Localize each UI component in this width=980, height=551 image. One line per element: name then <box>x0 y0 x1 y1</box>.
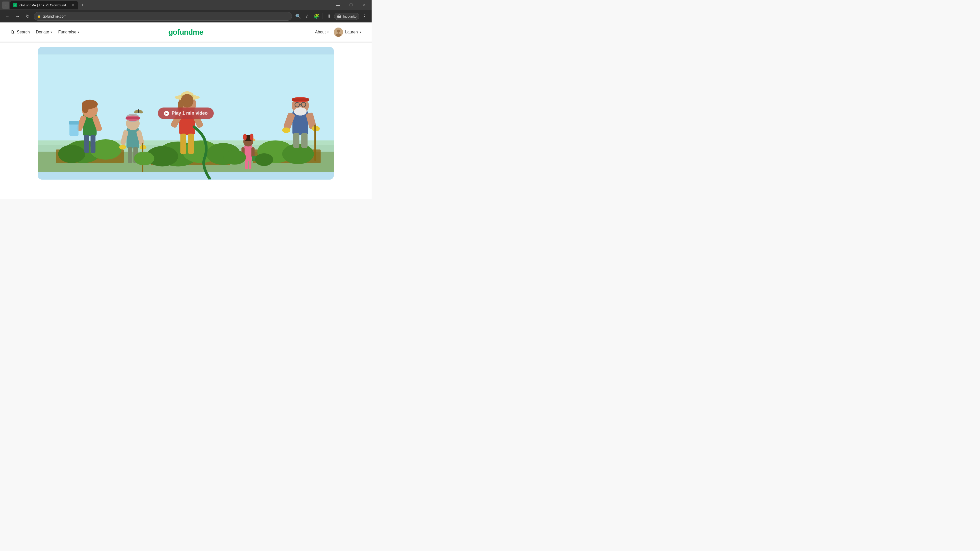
tab-favicon: G <box>13 3 18 7</box>
svg-rect-23 <box>138 109 139 113</box>
svg-rect-34 <box>69 121 79 124</box>
donate-dropdown-arrow: ▾ <box>51 30 52 34</box>
svg-point-14 <box>58 145 85 163</box>
svg-point-64 <box>243 134 247 141</box>
close-button[interactable]: ✕ <box>358 1 369 10</box>
forward-button[interactable]: → <box>13 12 21 21</box>
svg-point-87 <box>223 150 246 165</box>
play-button-label: Play 1 min video <box>172 111 207 116</box>
svg-rect-70 <box>249 160 251 169</box>
security-lock-icon: 🔒 <box>37 14 41 18</box>
svg-point-44 <box>119 145 126 149</box>
nav-left: Search Donate ▾ Fundraise ▾ <box>10 30 80 35</box>
browser-chrome: ⌄ G GoFundMe | The #1 Crowdfund... ✕ + —… <box>0 0 372 22</box>
svg-point-65 <box>250 134 253 141</box>
svg-point-30 <box>82 102 89 113</box>
user-name: Lauren <box>345 30 358 35</box>
url-text: gofundme.com <box>43 14 289 18</box>
svg-point-75 <box>294 107 307 116</box>
browser-addressbar: ← → ↻ 🔒 gofundme.com 🔍 ☆ 🧩 ⬇ Incognito ⋮ <box>0 10 372 22</box>
incognito-icon <box>337 14 342 19</box>
svg-point-83 <box>282 127 290 133</box>
site-navigation: Search Donate ▾ Fundraise ▾ gofundme Abo… <box>0 22 372 42</box>
hero-container: ▶ Play 1 min video <box>38 47 334 179</box>
svg-rect-85 <box>314 124 316 161</box>
avatar-image <box>334 27 343 37</box>
incognito-label: Incognito <box>343 14 356 18</box>
hero-section: ▶ Play 1 min video <box>0 43 372 184</box>
play-icon: ▶ <box>164 111 169 116</box>
browser-menu-button[interactable]: ⋮ <box>360 12 369 21</box>
website-content: Search Donate ▾ Fundraise ▾ gofundme Abo… <box>0 22 372 199</box>
play-video-button[interactable]: ▶ Play 1 min video <box>158 108 213 119</box>
about-dropdown-arrow: ▾ <box>327 30 329 34</box>
svg-rect-36 <box>91 135 96 153</box>
about-nav-button[interactable]: About ▾ <box>315 30 329 35</box>
tab-switcher-button[interactable]: ⌄ <box>2 2 9 9</box>
incognito-badge[interactable]: Incognito <box>334 13 360 20</box>
svg-rect-72 <box>293 133 299 148</box>
divider <box>323 13 323 19</box>
svg-rect-41 <box>126 118 140 119</box>
search-nav-button[interactable]: Search <box>10 30 30 35</box>
minimize-button[interactable]: — <box>332 1 344 10</box>
svg-point-0 <box>11 30 14 33</box>
page-search-button[interactable]: 🔍 <box>294 12 302 21</box>
about-label: About <box>315 30 326 35</box>
user-avatar <box>334 27 343 37</box>
new-tab-button[interactable]: + <box>79 2 86 9</box>
fundraise-label: Fundraise <box>58 30 76 35</box>
browser-titlebar: ⌄ G GoFundMe | The #1 Crowdfund... ✕ + —… <box>0 0 372 10</box>
extensions-button[interactable]: 🧩 <box>312 12 321 21</box>
svg-point-88 <box>255 153 273 166</box>
maximize-button[interactable]: ❐ <box>345 1 357 10</box>
svg-point-3 <box>337 30 340 33</box>
svg-rect-73 <box>301 133 307 148</box>
tab-close-button[interactable]: ✕ <box>71 3 75 7</box>
logo-text: gofundme <box>169 28 204 37</box>
back-button[interactable]: ← <box>3 12 11 21</box>
window-controls: — ❐ ✕ <box>332 1 369 10</box>
search-icon <box>10 30 15 35</box>
user-menu-button[interactable]: Lauren ▾ <box>334 27 361 37</box>
svg-rect-51 <box>188 134 194 154</box>
below-hero-section <box>0 184 372 199</box>
search-label: Search <box>17 30 30 35</box>
download-button[interactable]: ⬇ <box>325 12 333 21</box>
tab-title: GoFundMe | The #1 Crowdfund... <box>19 3 68 7</box>
fundraise-dropdown-arrow: ▾ <box>78 30 80 34</box>
bookmark-button[interactable]: ☆ <box>303 12 311 21</box>
reload-button[interactable]: ↻ <box>24 12 32 21</box>
svg-rect-69 <box>245 160 248 169</box>
logo-container[interactable]: gofundme <box>169 28 204 37</box>
svg-rect-47 <box>128 147 132 163</box>
nav-right: About ▾ Lauren ▾ <box>315 27 361 37</box>
donate-label: Donate <box>36 30 49 35</box>
svg-rect-80 <box>292 98 309 101</box>
svg-rect-67 <box>251 147 255 157</box>
donate-nav-button[interactable]: Donate ▾ <box>36 30 52 35</box>
tab-strip: ⌄ G GoFundMe | The #1 Crowdfund... ✕ + <box>2 1 330 10</box>
active-tab[interactable]: G GoFundMe | The #1 Crowdfund... ✕ <box>10 1 78 10</box>
address-bar[interactable]: 🔒 gofundme.com <box>34 12 292 21</box>
svg-rect-50 <box>180 134 186 154</box>
svg-point-86 <box>134 152 154 165</box>
svg-rect-35 <box>84 135 89 153</box>
user-dropdown-arrow: ▾ <box>360 30 361 34</box>
fundraise-nav-button[interactable]: Fundraise ▾ <box>58 30 80 35</box>
browser-actions: 🔍 ☆ 🧩 ⬇ Incognito ⋮ <box>294 12 369 21</box>
svg-line-1 <box>13 33 14 34</box>
